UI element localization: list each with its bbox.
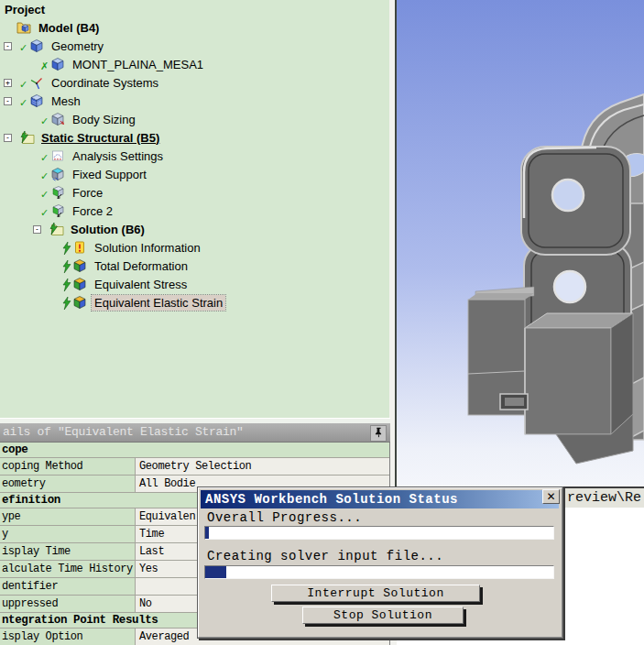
tree-item-mesh[interactable]: -✓Mesh xyxy=(0,92,389,110)
result-cube-icon xyxy=(72,258,88,273)
check-mark-icon: ✓ xyxy=(40,116,50,126)
check-mark-icon: ✓ xyxy=(40,208,50,218)
overall-progress-bar xyxy=(204,526,554,540)
lightning-icon xyxy=(62,242,72,257)
collapse-icon[interactable]: - xyxy=(4,97,12,105)
geometry-cube-icon xyxy=(29,38,45,53)
details-label: coping Method xyxy=(0,458,136,475)
tree-item-total-deformation[interactable]: Total Deformation xyxy=(0,257,389,275)
solution-info-icon xyxy=(72,240,88,255)
check-mark-icon: ✓ xyxy=(19,80,29,90)
details-label: isplay Option xyxy=(0,629,136,645)
tree-item-label: MONT_PLAINA_MESA1 xyxy=(70,57,206,72)
solution-status-dialog: ANSYS Workbench Solution Status ✕ Overal… xyxy=(197,486,563,639)
tree-item-mont-plaina-mesa1[interactable]: ✗MONT_PLAINA_MESA1 xyxy=(0,55,389,73)
pin-icon[interactable] xyxy=(370,425,387,442)
task-progress-fill xyxy=(205,566,226,578)
check-mark-icon: ✓ xyxy=(40,171,50,181)
expand-icon[interactable]: + xyxy=(4,79,12,87)
tree-item-label: Mesh xyxy=(49,93,83,109)
tree-item-label: Geometry xyxy=(49,38,106,54)
geometry-cube-icon xyxy=(50,57,66,71)
tree-item-project[interactable]: Project xyxy=(0,0,389,18)
fixed-support-icon xyxy=(50,167,66,181)
geometry-viewport[interactable] xyxy=(397,0,644,488)
check-mark-icon: ✓ xyxy=(40,190,50,200)
bottom-right-empty-area xyxy=(562,508,644,645)
tree-item-label: Analysis Settings xyxy=(70,148,166,164)
mesh-cube-icon xyxy=(29,93,45,108)
force-icon xyxy=(50,203,66,218)
axes-icon xyxy=(29,75,45,90)
details-label: dentifier xyxy=(0,578,136,595)
tree-item-label: Model (B4) xyxy=(36,20,102,36)
task-progress-label: Creating solver input file... xyxy=(207,549,443,563)
tree-item-label: Static Structural (B5) xyxy=(38,130,162,146)
task-progress-bar xyxy=(204,565,554,579)
x-mark-icon: ✗ xyxy=(40,61,50,71)
report-preview-tab[interactable]: review\Re xyxy=(562,486,644,508)
details-label: alculate Time History xyxy=(0,561,136,577)
tree-item-force-2[interactable]: ✓Force 2 xyxy=(0,202,389,220)
tree-item-solution-b6[interactable]: -Solution (B6) xyxy=(0,220,389,238)
result-cube-icon xyxy=(72,277,88,291)
tree-item-label: Coordinate Systems xyxy=(49,75,161,91)
collapse-icon[interactable]: - xyxy=(33,225,41,234)
tree-item-label: Equivalent Elastic Strain xyxy=(92,295,225,311)
dialog-titlebar[interactable]: ANSYS Workbench Solution Status xyxy=(201,490,559,508)
tree-item-label: Project xyxy=(2,2,48,17)
tree-item-force[interactable]: ✓Force xyxy=(0,183,389,202)
sizing-cube-icon xyxy=(50,112,66,126)
overall-progress-fill xyxy=(205,527,209,539)
details-label: uppressed xyxy=(0,596,136,612)
cad-part-geometry xyxy=(397,0,644,488)
tree-item-solution-information[interactable]: Solution Information xyxy=(0,238,389,257)
details-category-cope: cope xyxy=(0,443,389,458)
tree-item-model-b4[interactable]: Model (B4) xyxy=(0,18,389,37)
interrupt-solution-button[interactable]: Interrupt Solution xyxy=(271,585,480,602)
check-mark-icon: ✓ xyxy=(19,98,29,108)
lightning-icon xyxy=(62,260,72,275)
lightning-icon xyxy=(62,297,72,312)
tree-item-label: Force 2 xyxy=(70,203,115,219)
tree-item-body-sizing[interactable]: ✓Body Sizing xyxy=(0,110,389,128)
tree-item-label: Body Sizing xyxy=(70,112,138,127)
collapse-icon[interactable]: - xyxy=(4,42,12,50)
details-value[interactable]: Geometry Selection xyxy=(136,458,389,475)
tree-item-geometry[interactable]: -✓Geometry xyxy=(0,37,389,55)
stop-solution-button[interactable]: Stop Solution xyxy=(302,607,464,624)
tree-item-fixed-support[interactable]: ✓Fixed Support xyxy=(0,165,389,183)
tree-item-label: Fixed Support xyxy=(70,167,149,182)
tree-item-label: Solution Information xyxy=(92,240,203,256)
lightning-icon xyxy=(62,279,72,293)
tree-item-analysis-settings[interactable]: ✓Analysis Settings xyxy=(0,147,389,165)
analysis-settings-icon xyxy=(50,148,66,163)
details-label: isplay Time xyxy=(0,543,136,560)
check-mark-icon: ✓ xyxy=(40,153,50,163)
collapse-icon[interactable]: - xyxy=(4,134,12,142)
tree-item-equivalent-elastic-strain[interactable]: Equivalent Elastic Strain xyxy=(0,293,389,312)
details-label: eometry xyxy=(0,476,136,492)
overall-progress-label: Overall Progress... xyxy=(207,510,362,525)
tree-item-static-structural-b5[interactable]: -Static Structural (B5) xyxy=(0,128,389,147)
outline-tree[interactable]: ProjectModel (B4)-✓Geometry✗MONT_PLAINA_… xyxy=(0,0,389,418)
details-label: ype xyxy=(0,508,136,525)
solution-folder-icon xyxy=(49,222,64,236)
details-row-coping-method: coping MethodGeometry Selection xyxy=(0,458,389,476)
ansys-mechanical-window: ProjectModel (B4)-✓Geometry✗MONT_PLAINA_… xyxy=(0,0,644,645)
tree-item-coordinate-systems[interactable]: +✓Coordinate Systems xyxy=(0,73,389,92)
model-folder-icon xyxy=(16,20,32,35)
details-header-title: ails of "Equivalent Elastic Strain" xyxy=(3,425,244,439)
details-label: y xyxy=(0,526,136,542)
result-cube-icon xyxy=(72,295,88,310)
details-header: ails of "Equivalent Elastic Strain" xyxy=(0,423,390,443)
tree-item-label: Total Deformation xyxy=(92,258,191,274)
check-mark-icon: ✓ xyxy=(19,43,29,53)
force-icon xyxy=(50,185,66,200)
tree-item-label: Solution (B6) xyxy=(68,222,147,237)
tree-item-label: Force xyxy=(70,185,105,201)
close-icon[interactable]: ✕ xyxy=(542,489,560,504)
tree-item-label: Equivalent Stress xyxy=(92,277,190,292)
tree-item-equivalent-stress[interactable]: Equivalent Stress xyxy=(0,275,389,293)
env-folder-icon xyxy=(19,130,35,145)
